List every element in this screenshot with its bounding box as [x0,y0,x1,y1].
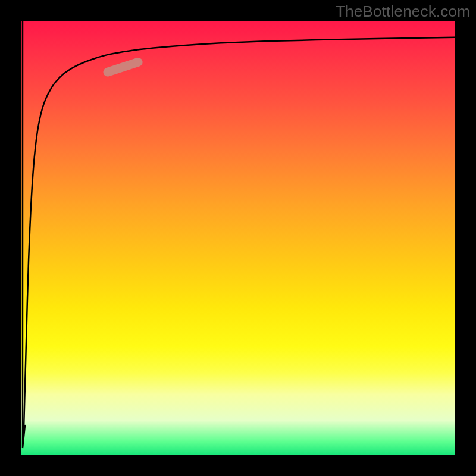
watermark-text: TheBottleneck.com [336,2,470,21]
bottleneck-curve [23,37,455,442]
chart-overlay [21,21,455,455]
highlight-marker [108,62,138,72]
